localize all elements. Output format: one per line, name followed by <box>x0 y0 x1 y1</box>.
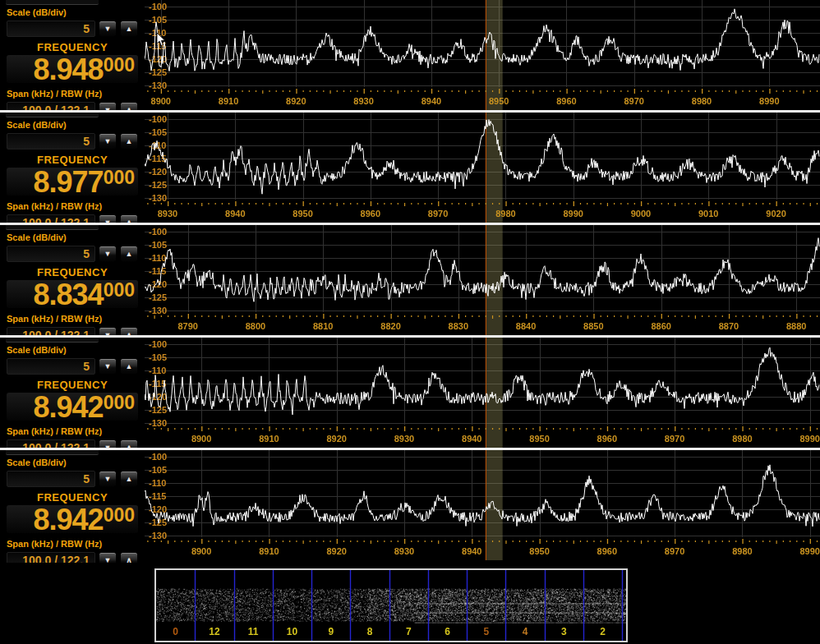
spectrum-canvas[interactable] <box>145 338 820 448</box>
clipped-input-box <box>6 113 99 117</box>
span-increase-button[interactable]: ∧ <box>120 552 138 563</box>
scale-row: 5 ▼ ▲ <box>7 358 145 375</box>
span-increase-button[interactable]: ∧ <box>120 439 138 448</box>
frequency-sub-digits: 000 <box>104 168 135 187</box>
frequency-display[interactable]: 8.942 000 <box>7 393 138 421</box>
span-increase-button[interactable]: ∧ <box>120 214 138 223</box>
span-rbw-value: 100.0 / 122.1 <box>22 441 90 448</box>
span-rbw-label: Span (kHz) / RBW (Hz) <box>7 314 145 324</box>
scale-decrease-button[interactable]: ▼ <box>99 133 117 150</box>
scale-increase-button[interactable]: ▲ <box>120 246 138 262</box>
span-rbw-input[interactable]: 100.0 / 122.1 <box>7 552 95 563</box>
frequency-main-digits: 8.834 <box>34 281 104 308</box>
scale-input[interactable]: 5 <box>7 246 95 262</box>
clipped-input-box <box>6 0 99 5</box>
spectrum-plot[interactable] <box>145 113 820 223</box>
span-rbw-row: 100.0 / 122.1 ▼ ∧ <box>7 439 145 448</box>
spectrum-panel: Scale (dB/div) 5 ▼ ▲ FREQUENCY 8.942 000… <box>0 338 820 450</box>
span-increase-button[interactable]: ∧ <box>120 327 138 335</box>
spectrum-canvas[interactable] <box>145 113 820 223</box>
frequency-sub-digits: 000 <box>104 506 135 525</box>
span-rbw-input[interactable]: 100.0 / 122.1 <box>7 214 95 223</box>
frequency-label: FREQUENCY <box>0 266 145 278</box>
scale-input[interactable]: 5 <box>7 358 95 375</box>
scale-increase-button[interactable]: ▲ <box>120 21 138 37</box>
scale-label: Scale (dB/div) <box>7 345 145 356</box>
span-decrease-button[interactable]: ▼ <box>99 102 117 110</box>
spectrum-panels: Scale (dB/div) 5 ▼ ▲ FREQUENCY 8.948 000… <box>0 0 820 563</box>
scale-increase-button[interactable]: ▲ <box>120 471 138 487</box>
scale-value: 5 <box>83 247 90 260</box>
span-decrease-button[interactable]: ▼ <box>99 327 117 335</box>
clipped-input-box <box>6 338 99 343</box>
frequency-main-digits: 8.942 <box>34 393 104 421</box>
scale-label: Scale (dB/div) <box>7 458 145 468</box>
frequency-label: FREQUENCY <box>0 491 145 504</box>
waterfall-canvas[interactable] <box>156 570 626 641</box>
scale-label: Scale (dB/div) <box>7 7 145 18</box>
scale-input[interactable]: 5 <box>7 21 95 37</box>
scale-label: Scale (dB/div) <box>7 232 145 243</box>
spectrum-plot[interactable] <box>145 0 820 110</box>
frequency-display[interactable]: 8.834 000 <box>7 280 138 308</box>
spectrum-canvas[interactable] <box>145 225 820 335</box>
spectrum-plot[interactable] <box>145 225 820 335</box>
spectrum-canvas[interactable] <box>145 0 820 110</box>
scale-decrease-button[interactable]: ▼ <box>99 246 117 262</box>
scale-value: 5 <box>83 360 90 373</box>
span-rbw-row: 100.0 / 122.1 ▼ ∧ <box>7 102 145 110</box>
scale-row: 5 ▼ ▲ <box>7 133 145 150</box>
frequency-display[interactable]: 8.948 000 <box>7 55 138 83</box>
scale-row: 5 ▼ ▲ <box>7 246 145 262</box>
span-rbw-label: Span (kHz) / RBW (Hz) <box>7 201 145 212</box>
span-decrease-button[interactable]: ▼ <box>99 439 117 448</box>
control-sidebar: Scale (dB/div) 5 ▼ ▲ FREQUENCY 8.948 000… <box>0 0 145 110</box>
span-rbw-label: Span (kHz) / RBW (Hz) <box>7 89 145 99</box>
control-sidebar: Scale (dB/div) 5 ▼ ▲ FREQUENCY 8.942 000… <box>0 450 145 563</box>
scale-input[interactable]: 5 <box>7 133 95 150</box>
span-increase-button[interactable]: ∧ <box>120 102 138 110</box>
span-rbw-row: 100.0 / 122.1 ▼ ∧ <box>7 552 145 563</box>
scale-increase-button[interactable]: ▲ <box>120 133 138 150</box>
spectrum-plot[interactable] <box>145 338 820 448</box>
scale-decrease-button[interactable]: ▼ <box>99 471 117 487</box>
span-rbw-label: Span (kHz) / RBW (Hz) <box>7 539 145 550</box>
frequency-display[interactable]: 8.942 000 <box>7 505 138 533</box>
scale-decrease-button[interactable]: ▼ <box>99 358 117 375</box>
waterfall-display[interactable] <box>154 568 628 642</box>
span-decrease-button[interactable]: ▼ <box>99 214 117 223</box>
control-sidebar: Scale (dB/div) 5 ▼ ▲ FREQUENCY 8.977 000… <box>0 113 145 223</box>
frequency-sub-digits: 000 <box>104 56 135 75</box>
frequency-sub-digits: 000 <box>104 281 135 300</box>
spectrum-panel: Scale (dB/div) 5 ▼ ▲ FREQUENCY 8.948 000… <box>0 0 820 113</box>
control-sidebar: Scale (dB/div) 5 ▼ ▲ FREQUENCY 8.834 000… <box>0 225 145 335</box>
scale-increase-button[interactable]: ▲ <box>120 358 138 375</box>
span-rbw-input[interactable]: 100.0 / 122.1 <box>7 102 95 110</box>
clipped-input-box <box>6 450 99 455</box>
scale-value: 5 <box>83 135 90 148</box>
frequency-main-digits: 8.942 <box>34 506 104 533</box>
scale-input[interactable]: 5 <box>7 471 95 487</box>
spectrum-panel: Scale (dB/div) 5 ▼ ▲ FREQUENCY 8.834 000… <box>0 225 820 338</box>
frequency-label: FREQUENCY <box>0 379 145 391</box>
scale-label: Scale (dB/div) <box>7 120 145 131</box>
span-rbw-value: 100.0 / 122.1 <box>22 216 90 223</box>
scale-value: 5 <box>83 22 90 35</box>
frequency-label: FREQUENCY <box>0 154 145 166</box>
spectrum-plot[interactable] <box>145 450 820 563</box>
span-rbw-input[interactable]: 100.0 / 122.1 <box>7 327 95 335</box>
spectrum-panel: Scale (dB/div) 5 ▼ ▲ FREQUENCY 8.977 000… <box>0 113 820 225</box>
span-rbw-label: Span (kHz) / RBW (Hz) <box>7 426 145 437</box>
frequency-display[interactable]: 8.977 000 <box>7 168 138 196</box>
span-rbw-row: 100.0 / 122.1 ▼ ∧ <box>7 214 145 223</box>
span-rbw-value: 100.0 / 122.1 <box>22 329 90 335</box>
frequency-main-digits: 8.948 <box>34 56 104 83</box>
span-rbw-row: 100.0 / 122.1 ▼ ∧ <box>7 327 145 335</box>
span-rbw-input[interactable]: 100.0 / 122.1 <box>7 439 95 448</box>
spectrum-canvas[interactable] <box>145 450 820 560</box>
frequency-sub-digits: 000 <box>104 393 135 412</box>
span-decrease-button[interactable]: ▼ <box>99 552 117 563</box>
spectrum-panel: Scale (dB/div) 5 ▼ ▲ FREQUENCY 8.942 000… <box>0 450 820 563</box>
control-sidebar: Scale (dB/div) 5 ▼ ▲ FREQUENCY 8.942 000… <box>0 338 145 448</box>
scale-decrease-button[interactable]: ▼ <box>99 21 117 37</box>
